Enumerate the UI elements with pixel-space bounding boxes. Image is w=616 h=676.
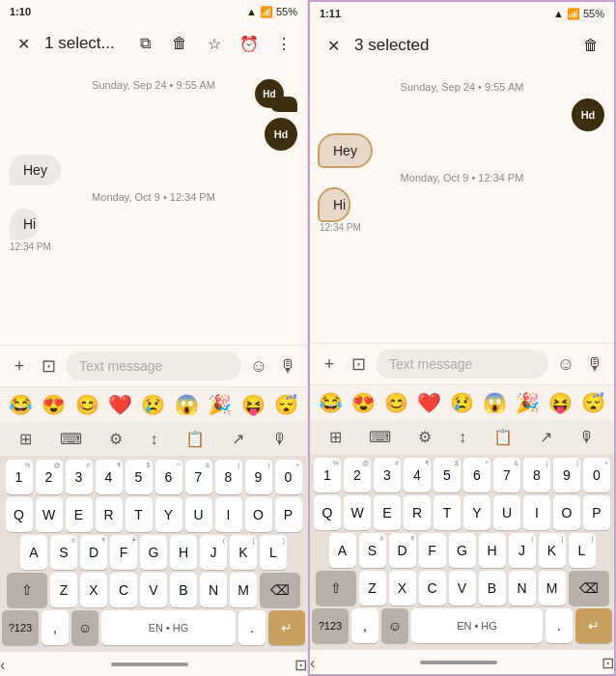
key-l-r[interactable]: }L xyxy=(569,533,596,568)
key-w-r[interactable]: W xyxy=(344,495,371,530)
key-i[interactable]: I xyxy=(215,497,242,532)
emoji-tongue[interactable]: 😝 xyxy=(241,393,266,416)
period-key-right[interactable]: . xyxy=(546,608,573,643)
mic-icon-right[interactable]: 🎙 xyxy=(583,354,606,375)
key-z[interactable]: Z xyxy=(50,573,77,607)
key-7-r[interactable]: &7 xyxy=(493,458,520,493)
emoji-icon-left[interactable]: ☺ xyxy=(247,356,270,377)
emoji-party-r[interactable]: 🎉 xyxy=(516,391,540,414)
key-5[interactable]: $5 xyxy=(126,460,153,494)
plus-icon-right[interactable]: + xyxy=(318,354,341,375)
more-button-left[interactable]: ⋮ xyxy=(270,30,297,57)
emoji-party[interactable]: 🎉 xyxy=(208,393,232,416)
key-n-r[interactable]: N xyxy=(509,571,536,606)
emoji-sleepy[interactable]: 😴 xyxy=(274,393,298,416)
bubble-hey-left[interactable]: Hey xyxy=(10,155,61,185)
key-s-r[interactable]: #S xyxy=(359,533,386,568)
key-d-r[interactable]: ₹D xyxy=(389,533,416,568)
emoji-sleepy-r[interactable]: 😴 xyxy=(581,391,605,414)
key-r[interactable]: R xyxy=(96,497,123,532)
key-v-r[interactable]: V xyxy=(449,571,476,606)
key-c-r[interactable]: C xyxy=(419,571,446,606)
kb-settings-icon[interactable]: ⚙ xyxy=(103,426,128,452)
key-f-r[interactable]: F xyxy=(419,533,446,568)
kb-clipboard-icon[interactable]: 📋 xyxy=(180,426,210,452)
text-input-left[interactable]: Text message xyxy=(66,352,241,380)
backspace-key-left[interactable]: ⌫ xyxy=(260,573,300,607)
emoji-key-left[interactable]: ☺ xyxy=(71,610,98,645)
key-3-r[interactable]: #3 xyxy=(374,458,401,493)
key-u-r[interactable]: U xyxy=(493,495,520,530)
key-4[interactable]: ₹4 xyxy=(96,460,123,494)
key-1-r[interactable]: %1 xyxy=(314,458,341,493)
text-input-right[interactable]: Text message xyxy=(376,350,548,379)
emoji-smile[interactable]: 😊 xyxy=(75,393,99,416)
key-d[interactable]: ₹D xyxy=(80,535,107,570)
bubble-hey-right[interactable]: Hey xyxy=(320,135,371,166)
key-n[interactable]: N xyxy=(200,573,227,607)
kb-grid-icon-r[interactable]: ⊞ xyxy=(323,424,348,450)
emoji-heart[interactable]: ❤️ xyxy=(108,393,132,416)
emoji-cry[interactable]: 😢 xyxy=(141,393,165,416)
comma-key-left[interactable]: , xyxy=(42,610,69,645)
star-button-left[interactable]: ☆ xyxy=(201,30,228,57)
nav-back-right[interactable]: ‹ xyxy=(310,655,315,672)
key-i-r[interactable]: I xyxy=(523,495,550,530)
key-e[interactable]: E xyxy=(66,497,93,532)
key-f[interactable]: F̈F xyxy=(110,535,137,570)
key-a-r[interactable]: A xyxy=(329,533,356,568)
bubble-outgoing-left[interactable]: Hd xyxy=(270,97,297,112)
key-2[interactable]: @2 xyxy=(36,460,63,494)
shift-key-right[interactable]: ⇧ xyxy=(316,571,356,606)
emoji-heart-r[interactable]: ❤️ xyxy=(417,391,441,414)
key-t[interactable]: T xyxy=(126,497,153,532)
key-o-r[interactable]: O xyxy=(553,495,580,530)
emoji-icon-right[interactable]: ☺ xyxy=(554,354,577,375)
key-x[interactable]: X xyxy=(80,573,107,607)
copy-button-left[interactable]: ⧉ xyxy=(131,30,158,57)
key-6-r[interactable]: ^6 xyxy=(463,458,490,493)
key-x-r[interactable]: X xyxy=(389,571,416,606)
key-w[interactable]: W xyxy=(36,497,63,532)
key-5-r[interactable]: $5 xyxy=(434,458,461,493)
delete-button-left[interactable]: 🗑 xyxy=(166,30,193,57)
kb-clipboard-icon-r[interactable]: 📋 xyxy=(488,424,518,450)
kb-settings-icon-r[interactable]: ⚙ xyxy=(412,424,437,450)
bubble-hi-left[interactable]: Hi xyxy=(10,209,39,239)
enter-key-right[interactable]: ↵ xyxy=(575,608,612,643)
key-h-r[interactable]: H xyxy=(479,533,506,568)
key-p[interactable]: P xyxy=(275,497,302,532)
nav-recent-left[interactable]: ⊡ xyxy=(294,656,307,674)
key-7[interactable]: &7 xyxy=(185,460,212,494)
key-q[interactable]: Q xyxy=(6,497,33,532)
key-j[interactable]: (J xyxy=(200,535,227,570)
key-y[interactable]: Y xyxy=(155,497,182,532)
key-h[interactable]: H xyxy=(170,535,197,570)
num-key-left[interactable]: ?123 xyxy=(2,610,39,645)
emoji-hearts-r[interactable]: 😍 xyxy=(351,391,376,414)
key-c[interactable]: C xyxy=(110,573,137,607)
key-q-r[interactable]: Q xyxy=(314,495,341,530)
key-z-r[interactable]: Z xyxy=(359,571,386,606)
key-4-r[interactable]: ₹4 xyxy=(404,458,431,493)
mic-icon-left[interactable]: 🎙 xyxy=(276,356,299,377)
shift-key-left[interactable]: ⇧ xyxy=(7,573,47,607)
key-b-r[interactable]: B xyxy=(479,571,506,606)
alarm-button-left[interactable]: ⏰ xyxy=(236,30,263,57)
key-t-r[interactable]: T xyxy=(434,495,461,530)
kb-cursor-icon-r[interactable]: ↕ xyxy=(453,425,472,450)
key-m-r[interactable]: M xyxy=(539,571,566,606)
close-button-right[interactable]: ✕ xyxy=(320,32,347,59)
kb-share-icon[interactable]: ↗ xyxy=(226,426,250,452)
key-a[interactable]: A xyxy=(20,535,47,570)
key-g-r[interactable]: G xyxy=(449,533,476,568)
comma-key-right[interactable]: , xyxy=(351,608,378,643)
kb-mic-icon-r[interactable]: 🎙 xyxy=(574,425,601,450)
emoji-laugh[interactable]: 😂 xyxy=(9,393,33,416)
key-1[interactable]: %1 xyxy=(6,460,33,494)
key-p-r[interactable]: P xyxy=(583,495,610,530)
emoji-laugh-r[interactable]: 😂 xyxy=(319,391,343,414)
key-6[interactable]: ^6 xyxy=(155,460,182,494)
delete-button-right[interactable]: 🗑 xyxy=(577,32,604,59)
key-0[interactable]: +0 xyxy=(275,460,302,494)
